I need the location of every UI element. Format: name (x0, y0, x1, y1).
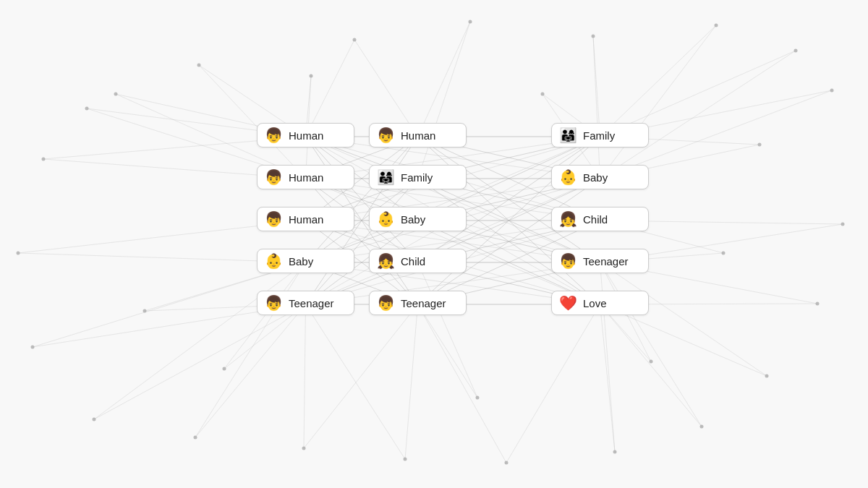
label-c1r3: Human (289, 213, 323, 226)
label-c3r3: Child (583, 213, 608, 226)
node-c2r2[interactable]: 👨‍👩‍👧Family (369, 165, 467, 189)
label-c2r3: Baby (401, 213, 425, 226)
emoji-c1r5: 👦 (265, 296, 283, 310)
node-c2r4[interactable]: 👧Child (369, 249, 467, 273)
label-c3r4: Teenager (583, 255, 629, 267)
node-c2r3[interactable]: 👶Baby (369, 207, 467, 231)
label-c3r5: Love (583, 297, 607, 309)
node-c1r1[interactable]: 👦Human (257, 123, 354, 147)
node-c3r3[interactable]: 👧Child (551, 207, 649, 231)
node-c1r2[interactable]: 👦Human (257, 165, 354, 189)
label-c2r2: Family (401, 171, 433, 184)
label-c1r2: Human (289, 171, 323, 184)
node-c2r1[interactable]: 👦Human (369, 123, 467, 147)
emoji-c3r3: 👧 (559, 212, 577, 226)
label-c2r5: Teenager (401, 297, 446, 309)
label-c3r1: Family (583, 129, 615, 142)
node-c3r2[interactable]: 👶Baby (551, 165, 649, 189)
label-c1r1: Human (289, 129, 323, 142)
node-c3r1[interactable]: 👨‍👩‍👧Family (551, 123, 649, 147)
emoji-c2r5: 👦 (377, 296, 395, 310)
emoji-c3r1: 👨‍👩‍👧 (559, 128, 577, 142)
node-c1r4[interactable]: 👶Baby (257, 249, 354, 273)
label-c2r1: Human (401, 129, 435, 142)
node-c1r5[interactable]: 👦Teenager (257, 291, 354, 315)
label-c2r4: Child (401, 255, 425, 267)
node-c3r5[interactable]: ❤️Love (551, 291, 649, 315)
nodes-container: 👦Human👦Human👦Human👶Baby👦Teenager👦Human👨‍… (0, 0, 868, 488)
emoji-c1r2: 👦 (265, 170, 283, 184)
emoji-c3r2: 👶 (559, 170, 577, 184)
emoji-c2r2: 👨‍👩‍👧 (377, 170, 395, 184)
node-c3r4[interactable]: 👦Teenager (551, 249, 649, 273)
emoji-c3r5: ❤️ (559, 296, 577, 310)
label-c1r5: Teenager (289, 297, 334, 309)
emoji-c1r4: 👶 (265, 254, 283, 268)
emoji-c1r1: 👦 (265, 128, 283, 142)
emoji-c1r3: 👦 (265, 212, 283, 226)
node-c2r5[interactable]: 👦Teenager (369, 291, 467, 315)
label-c1r4: Baby (289, 255, 313, 267)
node-c1r3[interactable]: 👦Human (257, 207, 354, 231)
emoji-c2r1: 👦 (377, 128, 395, 142)
emoji-c2r3: 👶 (377, 212, 395, 226)
emoji-c3r4: 👦 (559, 254, 577, 268)
emoji-c2r4: 👧 (377, 254, 395, 268)
label-c3r2: Baby (583, 171, 608, 184)
